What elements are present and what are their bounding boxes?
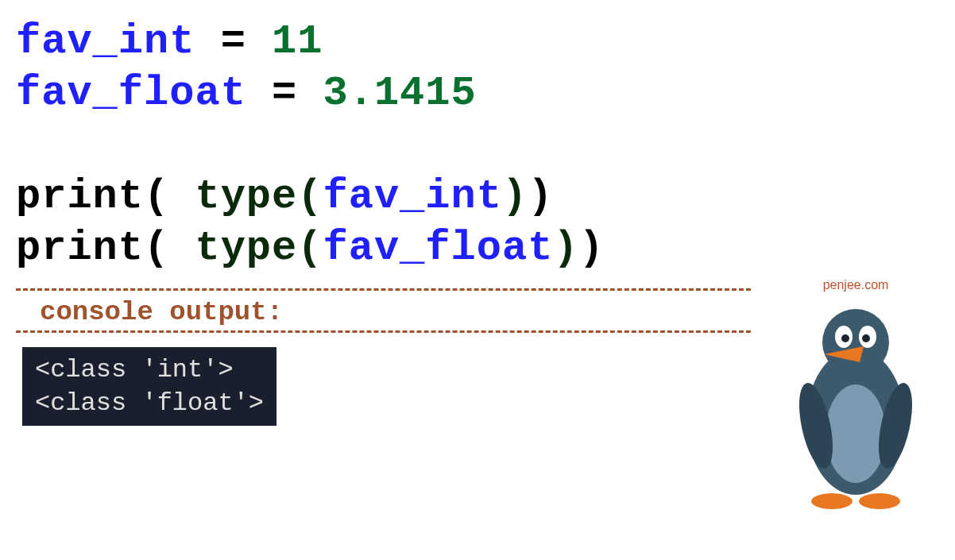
divider-top [16, 288, 751, 291]
equals-operator: = [246, 70, 323, 117]
print-function: print [16, 173, 144, 220]
code-line-4: print( type(fav_float)) [16, 222, 939, 274]
paren-open: ( [144, 173, 195, 220]
console-line-2: <class 'float'> [35, 387, 264, 420]
svg-point-11 [859, 493, 900, 509]
paren-close: ) [579, 225, 605, 272]
penguin-mascot-container: penjee.com [788, 278, 923, 517]
code-line-2: fav_float = 3.1415 [16, 68, 939, 119]
console-line-1: <class 'int'> [35, 353, 264, 387]
print-function: print [16, 225, 144, 272]
blank-line [16, 119, 939, 171]
svg-point-10 [811, 493, 853, 509]
console-output-block: <class 'int'> <class 'float'> [22, 347, 276, 426]
svg-point-6 [862, 334, 870, 342]
paren-close: ) [528, 173, 553, 220]
code-line-1: fav_int = 11 [16, 16, 939, 68]
code-line-3: print( type(fav_int)) [16, 171, 939, 222]
variable-arg: fav_int [323, 173, 502, 220]
paren-close-inner: ) [553, 225, 578, 272]
paren-close-inner: ) [502, 173, 528, 220]
branding-label: penjee.com [788, 278, 923, 292]
variable-name: fav_int [16, 18, 195, 65]
equals-operator: = [195, 18, 272, 65]
variable-name: fav_float [16, 70, 246, 117]
python-code-block: fav_int = 11 fav_float = 3.1415 print( t… [16, 16, 939, 274]
paren-open-inner: ( [297, 225, 323, 272]
penguin-icon [788, 299, 923, 513]
type-function: type [195, 173, 297, 220]
integer-literal: 11 [272, 18, 323, 65]
variable-arg: fav_float [323, 225, 554, 272]
float-literal: 3.1415 [323, 70, 476, 117]
svg-point-5 [841, 334, 849, 342]
type-function: type [195, 225, 297, 272]
svg-point-2 [822, 309, 889, 376]
svg-point-1 [825, 384, 886, 483]
paren-open-inner: ( [297, 173, 323, 220]
paren-open: ( [144, 225, 195, 272]
divider-bottom [16, 330, 751, 333]
